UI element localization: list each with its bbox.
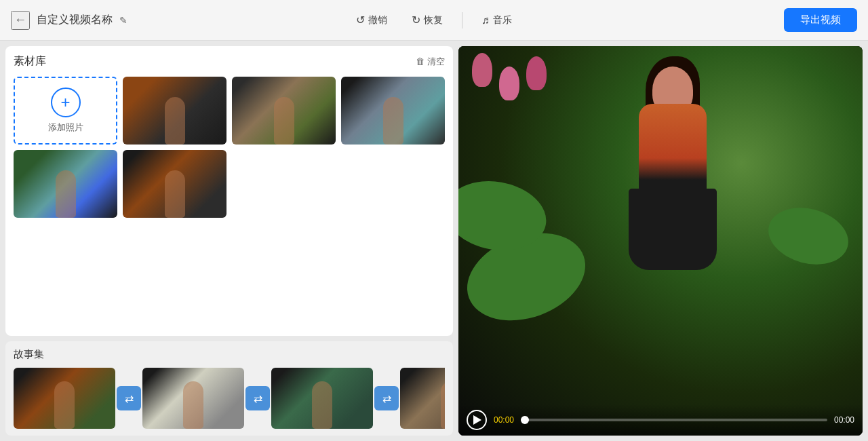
material-library: 素材库 🗑 清空 + 添加照片	[5, 46, 453, 336]
add-photo-button[interactable]: + 添加照片	[14, 77, 117, 145]
story-thumb-4[interactable]	[400, 368, 445, 429]
figure-hint-3	[383, 97, 403, 145]
flower-1	[472, 53, 492, 87]
woman-skirt	[629, 189, 717, 270]
edit-title-icon[interactable]: ✎	[119, 15, 127, 26]
material-lib-header: 素材库 🗑 清空	[14, 54, 445, 69]
video-controls: 00:00 00:00	[458, 404, 863, 436]
photo-thumb-4[interactable]	[14, 150, 117, 218]
video-preview-panel: 00:00 00:00	[458, 46, 863, 436]
back-button[interactable]: ←	[11, 11, 30, 30]
play-icon	[473, 415, 481, 425]
photo-thumb-5[interactable]	[123, 150, 226, 218]
add-photo-circle-icon: +	[51, 88, 81, 117]
story-thumb-1[interactable]	[14, 368, 115, 429]
current-time: 00:00	[494, 415, 514, 425]
add-photo-label: 添加照片	[48, 121, 83, 134]
page-title: 自定义视频名称	[37, 13, 113, 27]
story-figure-4	[441, 381, 445, 429]
story-thumb-3[interactable]	[271, 368, 373, 429]
story-title: 故事集	[14, 348, 445, 361]
export-button[interactable]: 导出视频	[784, 8, 857, 32]
progress-bar[interactable]	[521, 419, 827, 421]
story-strip: ⇄ ⇄ ⇄	[14, 368, 445, 429]
undo-button[interactable]: ↺ 撤销	[351, 11, 393, 29]
shuffle-icon-3: ⇄	[382, 392, 391, 405]
clear-button[interactable]: 🗑 清空	[416, 56, 445, 68]
photo-thumb-1[interactable]	[123, 77, 226, 145]
figure-hint-1	[165, 97, 185, 145]
divider	[462, 12, 462, 28]
left-panel: 素材库 🗑 清空 + 添加照片	[5, 46, 453, 436]
trash-icon: 🗑	[416, 56, 425, 66]
clear-label: 清空	[427, 56, 445, 68]
undo-icon: ↺	[356, 14, 365, 26]
photo-grid: + 添加照片	[14, 77, 445, 218]
story-transition-1[interactable]: ⇄	[117, 386, 141, 410]
shuffle-icon-2: ⇄	[254, 392, 262, 405]
flower-2	[499, 66, 519, 100]
figure-hint-4	[56, 170, 76, 218]
progress-knob[interactable]	[521, 416, 529, 424]
shuffle-icon-1: ⇄	[125, 392, 134, 405]
undo-label: 撤销	[368, 14, 387, 26]
main-content: 素材库 🗑 清空 + 添加照片	[0, 41, 868, 441]
story-section: 故事集 ⇄ ⇄	[5, 341, 453, 436]
story-figure-2	[183, 381, 203, 429]
figure-hint-5	[165, 170, 185, 218]
topbar-center: ↺ 撤销 ↻ 恢复 ♬ 音乐	[351, 11, 517, 29]
play-button[interactable]	[467, 410, 487, 430]
topbar-left: ← 自定义视频名称 ✎	[11, 11, 351, 30]
material-lib-title: 素材库	[14, 54, 46, 69]
music-label: 音乐	[493, 14, 512, 26]
music-button[interactable]: ♬ 音乐	[476, 12, 517, 29]
figure-hint-2	[274, 97, 294, 145]
story-transition-3[interactable]: ⇄	[374, 386, 399, 410]
total-time: 00:00	[834, 415, 854, 425]
photo-thumb-3[interactable]	[341, 77, 445, 145]
topbar-right: 导出视频	[517, 8, 857, 32]
redo-label: 恢复	[424, 14, 443, 26]
story-figure-1	[54, 381, 75, 429]
redo-icon: ↻	[412, 14, 420, 26]
story-transition-2[interactable]: ⇄	[245, 386, 270, 410]
music-icon: ♬	[481, 14, 490, 26]
redo-button[interactable]: ↻ 恢复	[406, 11, 448, 29]
video-preview	[458, 46, 863, 436]
story-thumb-2[interactable]	[142, 368, 244, 429]
flower-3	[526, 56, 547, 90]
photo-thumb-2[interactable]	[232, 77, 336, 145]
woman-figure	[605, 66, 741, 297]
topbar: ← 自定义视频名称 ✎ ↺ 撤销 ↻ 恢复 ♬ 音乐 导出视频	[0, 0, 868, 41]
story-figure-3	[312, 381, 332, 429]
